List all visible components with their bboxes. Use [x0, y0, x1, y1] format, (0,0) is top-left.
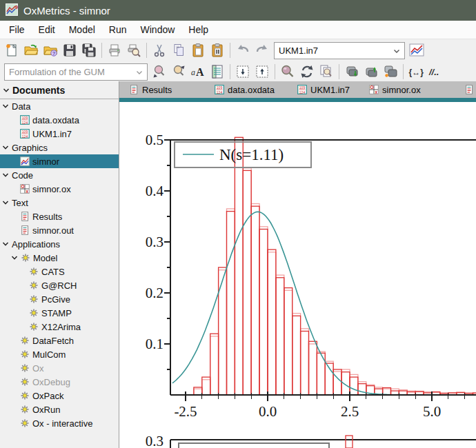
cut-button[interactable] — [150, 41, 169, 60]
copy-button[interactable] — [169, 41, 188, 60]
tab-results[interactable]: Results — [129, 81, 172, 98]
tab-label: simnor.ox — [382, 85, 421, 95]
menu-item-edit[interactable]: Edit — [32, 22, 62, 37]
tree-item-stamp[interactable]: STAMP — [0, 306, 119, 320]
svg-text://..: //.. — [428, 67, 439, 77]
graph-window-button[interactable] — [407, 41, 426, 60]
tree-item-datafetch[interactable]: DataFetch — [0, 334, 119, 347]
svg-text:2.5: 2.5 — [341, 403, 359, 420]
zoom-out-icon — [151, 63, 168, 80]
histogram-chart: 0.10.20.30.40.5-2.50.02.55.0N(s=1.11)0.3 — [119, 102, 476, 448]
undo-button[interactable] — [233, 41, 252, 60]
zoom-out-button[interactable] — [150, 63, 169, 81]
tree-item-mulcom[interactable]: MulCom — [0, 347, 119, 361]
documents-panel-header[interactable]: Documents — [0, 81, 119, 99]
tree-item-model[interactable]: Model — [0, 251, 119, 265]
menu-item-model[interactable]: Model — [62, 22, 102, 37]
window-send-back-button[interactable] — [342, 63, 361, 81]
tree-item-label: CATS — [41, 267, 65, 277]
tree-item-oxdebug[interactable]: OxDebug — [0, 375, 119, 389]
insert-comment-button[interactable]: //.. — [426, 63, 445, 81]
tab-simnor-ox[interactable]: Oxsimnor.ox — [369, 81, 421, 98]
tree-item-pcgive[interactable]: PcGive — [0, 292, 119, 306]
formulation-combobox[interactable]: Formulation of the GUM — [4, 63, 148, 81]
save-all-button[interactable] — [79, 41, 99, 60]
font-size-button[interactable]: aA — [188, 63, 208, 81]
chevron-down-icon — [3, 87, 10, 94]
open-folder-button[interactable] — [21, 41, 41, 60]
zoom-in-button[interactable] — [169, 63, 188, 81]
fit-width-button[interactable]: {↔} — [406, 63, 426, 81]
tree-item-label: DataFetch — [32, 336, 74, 346]
paste-special-button[interactable] — [208, 41, 227, 60]
tree-item-graphics[interactable]: Graphics — [0, 141, 119, 154]
tree-item-g-rch[interactable]: G@RCH — [0, 278, 119, 292]
tree-item-ox-interactive[interactable]: Ox - interactive — [0, 416, 119, 430]
document-combobox-value: UKM1.in7 — [279, 45, 318, 56]
tree-item-simnor-out[interactable]: simnor.out — [0, 223, 119, 237]
find-button[interactable] — [278, 63, 297, 81]
tab-label: UKM1.in7 — [310, 85, 350, 95]
tree-item-data-oxdata[interactable]: 109124data.oxdata — [0, 113, 119, 127]
chevron-down-icon — [2, 199, 9, 206]
print-button[interactable] — [105, 41, 124, 60]
graph-window-icon — [408, 42, 425, 59]
tree-item-ukm1-in7[interactable]: 109124UKM1.in7 — [0, 127, 119, 141]
svg-text:9: 9 — [15, 4, 19, 10]
tree-item-data[interactable]: Data — [0, 99, 119, 113]
open-folder-attach-button[interactable]: ? — [41, 41, 60, 60]
tree-item-text[interactable]: Text — [0, 196, 119, 210]
window-new-button[interactable] — [381, 63, 400, 81]
window-bring-front-button[interactable] — [361, 63, 381, 81]
log-window-button[interactable] — [208, 63, 227, 81]
refresh-button[interactable] — [297, 63, 317, 81]
tree-item-label: data.oxdata — [32, 115, 79, 125]
menu-item-help[interactable]: Help — [181, 22, 215, 37]
tree-item-label: STAMP — [41, 308, 72, 318]
app-icon — [29, 294, 39, 304]
font-size-icon: aA — [190, 63, 206, 80]
new-document-button[interactable] — [2, 41, 21, 60]
text-file-icon — [464, 85, 474, 94]
tree-item-ox[interactable]: Ox — [0, 361, 119, 375]
tab-label: Results — [142, 85, 172, 95]
svg-text:{↔}: {↔} — [409, 68, 424, 77]
workspace: Results109124data.oxdata109124UKM1.in7Ox… — [119, 81, 476, 448]
tree-item-label: simnor.ox — [32, 184, 71, 194]
tab-blank[interactable] — [464, 81, 474, 98]
tree-item-code[interactable]: Code — [0, 168, 119, 182]
document-combobox[interactable]: UKM1.in7 — [274, 42, 405, 59]
menu-item-run[interactable]: Run — [102, 22, 134, 37]
formulation-combobox-value: Formulation of the GUM — [9, 67, 105, 77]
menu-item-file[interactable]: File — [2, 22, 32, 37]
tree-item-applications[interactable]: Applications — [0, 237, 119, 251]
dock-arrow-down-button[interactable] — [233, 63, 252, 81]
tree-item-simnor[interactable]: simnor — [0, 154, 119, 168]
tab-data-oxdata[interactable]: 109124data.oxdata — [215, 81, 275, 98]
redo-button[interactable] — [252, 41, 272, 60]
tree-item-x12arima[interactable]: X12Arima — [0, 320, 119, 334]
svg-text:?: ? — [52, 50, 56, 57]
svg-text:A: A — [196, 66, 204, 78]
app-icon — [29, 281, 39, 290]
tree-item-label: Model — [33, 253, 57, 263]
data-file-icon: 109124 — [20, 115, 30, 125]
svg-text:0.2: 0.2 — [146, 285, 163, 301]
tree-item-results[interactable]: Results — [0, 210, 119, 223]
paste-button[interactable] — [188, 41, 208, 60]
tree-item-cats[interactable]: CATS — [0, 265, 119, 278]
tree-item-oxrun[interactable]: OxRun — [0, 403, 119, 416]
open-folder-icon — [23, 42, 39, 59]
tab-ukm1-in7[interactable]: 109124UKM1.in7 — [297, 81, 350, 98]
print-preview-button[interactable] — [124, 41, 143, 60]
find-in-files-button[interactable] — [317, 63, 336, 81]
menu-item-window[interactable]: Window — [134, 22, 182, 37]
toolbar-separator — [146, 43, 147, 58]
copy-icon — [170, 42, 187, 59]
dock-arrow-up-button[interactable] — [252, 63, 272, 81]
tree-item-oxpack[interactable]: OxPack — [0, 389, 119, 403]
find-in-files-icon — [318, 63, 335, 80]
save-button[interactable] — [60, 41, 79, 60]
tree-item-simnor-ox[interactable]: Oxsimnor.ox — [0, 182, 119, 196]
main-toolbar: ? UKM1.in7 — [0, 39, 476, 61]
